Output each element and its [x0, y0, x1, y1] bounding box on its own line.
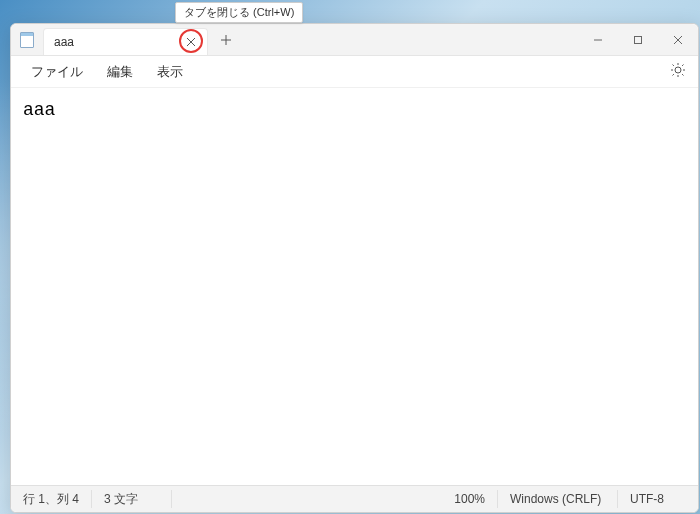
tab-title: aaa: [54, 35, 181, 49]
settings-button[interactable]: [666, 58, 690, 85]
menu-file[interactable]: ファイル: [19, 59, 95, 85]
menu-view[interactable]: 表示: [145, 59, 195, 85]
minimize-icon: [593, 35, 603, 45]
gear-icon: [670, 62, 686, 78]
notepad-icon: [20, 32, 34, 48]
status-encoding[interactable]: UTF-8: [618, 490, 698, 508]
status-position: 行 1、列 4: [11, 490, 92, 508]
window-controls: [578, 24, 698, 55]
statusbar: 行 1、列 4 3 文字 100% Windows (CRLF) UTF-8: [11, 485, 698, 512]
status-zoom[interactable]: 100%: [442, 490, 498, 508]
document-tab[interactable]: aaa: [43, 28, 208, 55]
plus-icon: [220, 34, 232, 46]
close-tab-button[interactable]: [181, 32, 201, 52]
maximize-icon: [633, 35, 643, 45]
app-icon-container: [11, 24, 43, 55]
text-editor[interactable]: aaa: [11, 88, 698, 485]
menubar: ファイル 編集 表示: [11, 56, 698, 88]
minimize-button[interactable]: [578, 24, 618, 55]
svg-rect-0: [635, 36, 642, 43]
status-char-count: 3 文字: [92, 490, 172, 508]
close-icon: [186, 37, 196, 47]
new-tab-button[interactable]: [211, 24, 241, 55]
close-tab-tooltip: タブを閉じる (Ctrl+W): [175, 2, 303, 23]
status-line-ending[interactable]: Windows (CRLF): [498, 490, 618, 508]
titlebar: aaa: [11, 24, 698, 56]
menu-edit[interactable]: 編集: [95, 59, 145, 85]
close-icon: [673, 35, 683, 45]
close-window-button[interactable]: [658, 24, 698, 55]
notepad-window: aaa: [10, 23, 699, 513]
maximize-button[interactable]: [618, 24, 658, 55]
